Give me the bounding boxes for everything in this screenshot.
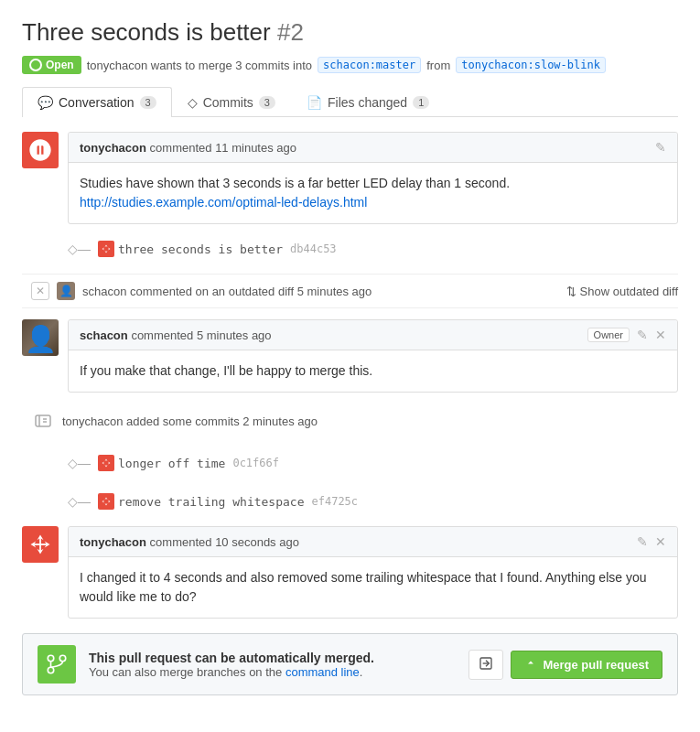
svg-marker-13: [105, 465, 108, 468]
merge-pull-request-button[interactable]: Merge pull request: [511, 651, 662, 679]
commit-arrow-icon-3: ◇—: [68, 494, 91, 509]
target-branch[interactable]: schacon:master: [318, 57, 421, 73]
commits-added-row: tonychacon added some commits 2 minutes …: [22, 404, 678, 438]
svg-marker-14: [102, 462, 105, 465]
commits-count: 3: [259, 96, 275, 109]
tonychacon-avatar-3: [22, 526, 59, 563]
merge-actions: Merge pull request: [468, 650, 662, 680]
comment-body-3: I changed it to 4 seconds and also remov…: [69, 557, 677, 618]
owner-badge: Owner: [587, 328, 630, 342]
comment-body-2: If you make that change, I'll be happy t…: [69, 350, 677, 392]
commit-git-icon-1: [98, 241, 114, 257]
conversation-icon: 💬: [38, 95, 53, 110]
merge-text: This pull request can be automatically m…: [89, 651, 456, 679]
svg-rect-8: [36, 415, 50, 426]
schacon-avatar: 👤: [22, 319, 59, 356]
schacon-mini-avatar: 👤: [57, 282, 75, 300]
comment-item-2: 👤 schacon commented 5 minutes ago Owner …: [22, 319, 678, 393]
comment-box-3: tonychacon commented 10 seconds ago ✎ ✕ …: [68, 526, 678, 619]
commit-git-icon-2: [98, 455, 114, 471]
svg-marker-7: [108, 248, 111, 251]
comment-item-3: tonychacon commented 10 seconds ago ✎ ✕ …: [22, 526, 678, 619]
source-branch[interactable]: tonychacon:slow-blink: [456, 57, 606, 73]
conversation-count: 3: [140, 96, 156, 109]
commit-message-1: three seconds is better: [118, 242, 283, 256]
commit-message-3: remove trailing whitespace: [118, 495, 305, 509]
files-icon: 📄: [307, 95, 322, 110]
pr-description: tonychacon wants to merge 3 commits into: [87, 59, 312, 72]
merge-icon-box: [38, 645, 76, 684]
commit-arrow-icon-2: ◇—: [68, 456, 91, 470]
merge-bar: This pull request can be automatically m…: [22, 633, 678, 695]
commit-line-2: ◇— longer off time 0c1f66f: [22, 449, 678, 477]
svg-marker-5: [105, 251, 108, 253]
comment-item-1: tonychacon commented 11 minutes ago ✎ St…: [22, 132, 678, 224]
tab-commits[interactable]: ◇ Commits 3: [172, 87, 291, 117]
files-count: 1: [413, 96, 429, 109]
svg-marker-16: [105, 498, 108, 501]
tabs: 💬 Conversation 3 ◇ Commits 3 📄 Files cha…: [22, 87, 678, 117]
svg-marker-17: [105, 503, 108, 506]
comment-box-1: tonychacon commented 11 minutes ago ✎ St…: [68, 132, 678, 224]
svg-point-26: [48, 667, 54, 673]
close-comment-3-icon[interactable]: ✕: [655, 534, 666, 549]
commits-added-icon: [31, 409, 55, 433]
command-line-link[interactable]: command line: [285, 665, 360, 679]
edit-comment-3-icon[interactable]: ✎: [637, 534, 648, 549]
tonychacon-avatar-1: [22, 132, 59, 168]
commit-line-1: ◇— three seconds is better db44c53: [22, 235, 678, 263]
outdated-text: schacon commented on an outdated diff 5 …: [82, 285, 372, 298]
svg-marker-6: [102, 248, 105, 251]
edit-comment-2-icon[interactable]: ✎: [637, 328, 648, 342]
comment-header-3: tonychacon commented 10 seconds ago ✎ ✕: [69, 527, 677, 557]
outdated-x-icon: ✕: [31, 282, 49, 300]
commit-sha-3: ef4725c: [312, 495, 359, 508]
tab-conversation[interactable]: 💬 Conversation 3: [22, 87, 172, 117]
pr-status-bar: Open tonychacon wants to merge 3 commits…: [22, 56, 678, 74]
comment-header-1: tonychacon commented 11 minutes ago ✎: [69, 133, 677, 163]
show-outdated-button[interactable]: ⇅ Show outdated diff: [566, 285, 678, 298]
commit-arrow-icon-1: ◇—: [68, 242, 91, 256]
svg-point-28: [59, 655, 66, 662]
comment-link-1[interactable]: http://studies.example.com/optimal-led-d…: [80, 195, 367, 210]
open-badge: Open: [22, 56, 81, 74]
comment-body-1: Studies have shown that 3 seconds is a f…: [69, 163, 677, 223]
tab-files[interactable]: 📄 Files changed 1: [291, 87, 445, 117]
svg-marker-4: [105, 245, 108, 248]
comment-header-2: schacon commented 5 minutes ago Owner ✎ …: [69, 320, 677, 350]
comment-box-2: schacon commented 5 minutes ago Owner ✎ …: [68, 319, 678, 393]
timeline: tonychacon commented 11 minutes ago ✎ St…: [22, 132, 678, 619]
show-outdated-icon: ⇅: [566, 285, 576, 298]
svg-marker-19: [108, 501, 111, 503]
svg-point-27: [48, 655, 54, 662]
commit-git-icon-3: [98, 493, 114, 510]
commits-icon: ◇: [188, 95, 198, 110]
edit-comment-1-icon[interactable]: ✎: [655, 140, 666, 155]
close-comment-2-icon[interactable]: ✕: [655, 328, 666, 342]
commit-sha-1: db44c53: [290, 242, 337, 255]
commit-message-2: longer off time: [118, 457, 225, 470]
svg-marker-12: [105, 459, 108, 462]
svg-marker-18: [102, 501, 105, 503]
page-title: Three seconds is better #2: [22, 18, 678, 47]
commits-added-text: tonychacon added some commits 2 minutes …: [62, 414, 318, 428]
commit-sha-2: 0c1f66f: [232, 457, 279, 469]
commit-line-3: ◇— remove trailing whitespace ef4725c: [22, 488, 678, 515]
outdated-row: ✕ 👤 schacon commented on an outdated dif…: [22, 274, 678, 308]
local-merge-button[interactable]: [468, 650, 503, 680]
svg-marker-15: [108, 462, 111, 465]
